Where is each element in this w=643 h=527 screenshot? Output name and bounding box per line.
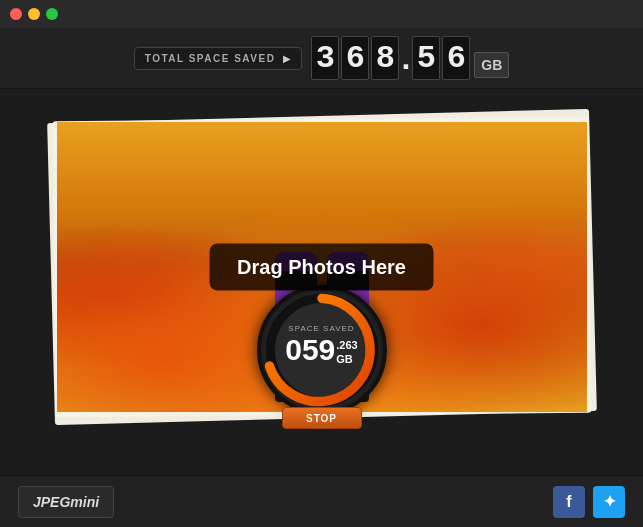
twitter-icon: ✦ (603, 492, 616, 511)
drag-drop-area[interactable]: Drag Photos Here (209, 244, 434, 291)
digit-1: 3 (311, 36, 339, 80)
close-button[interactable] (10, 8, 22, 20)
brand-button[interactable]: JPEGmini (18, 486, 114, 518)
maximize-button[interactable] (46, 8, 58, 20)
title-bar (0, 0, 643, 28)
play-icon: ▶ (283, 53, 291, 64)
stop-button[interactable]: STOP (282, 407, 362, 429)
brand-name: JPEGmini (33, 494, 99, 510)
digit-5: 6 (442, 36, 470, 80)
drag-drop-text: Drag Photos Here (237, 256, 406, 278)
window-controls (10, 8, 58, 20)
minimize-button[interactable] (28, 8, 40, 20)
gauge-dial: SPACE SAVED 059 .263 GB STOP (257, 285, 387, 415)
gauge-decimal: .263 GB (336, 339, 357, 365)
stats-label-container: TOTAL SPACE SAVED ▶ (134, 47, 303, 70)
main-content: Drag Photos Here SPACE SAVED (0, 89, 643, 475)
stop-label: STOP (306, 413, 337, 424)
gauge-label: SPACE SAVED (288, 324, 354, 333)
unit-label: GB (474, 52, 509, 78)
facebook-icon: f (566, 493, 571, 511)
gauge-container: SPACE SAVED 059 .263 GB STOP (257, 285, 387, 415)
gauge-value: 059 .263 GB (285, 335, 357, 365)
digit-2: 6 (341, 36, 369, 80)
social-buttons: f ✦ (553, 486, 625, 518)
gauge-decimal-value: .263 (336, 339, 357, 352)
twitter-button[interactable]: ✦ (593, 486, 625, 518)
gauge-main-value: 059 (285, 335, 335, 365)
bottom-bar: JPEGmini f ✦ (0, 475, 643, 527)
total-space-saved-label: TOTAL SPACE SAVED (145, 53, 276, 64)
stats-bar: TOTAL SPACE SAVED ▶ 3 6 8 . 5 6 GB (0, 28, 643, 89)
digit-4: 5 (412, 36, 440, 80)
decimal-dot: . (401, 36, 410, 80)
facebook-button[interactable]: f (553, 486, 585, 518)
digit-3: 8 (371, 36, 399, 80)
gauge-unit: GB (336, 353, 357, 366)
counter-display: 3 6 8 . 5 6 GB (310, 36, 509, 80)
